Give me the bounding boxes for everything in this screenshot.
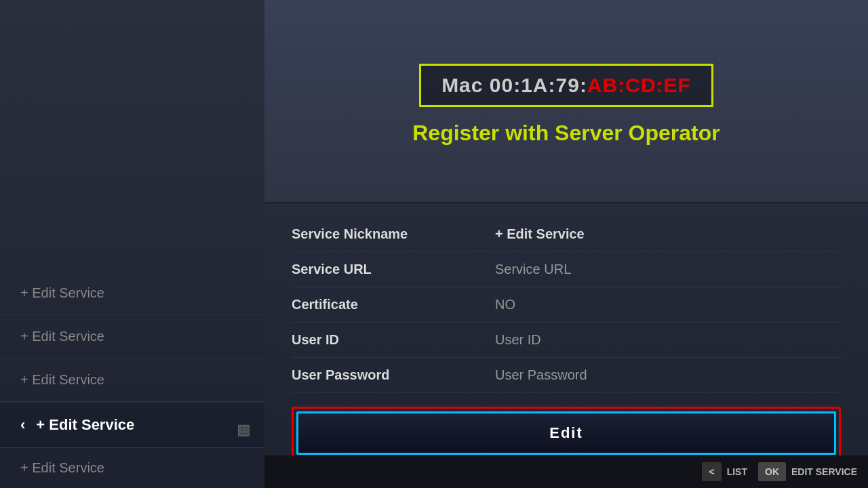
sidebar-item-label-1: + Edit Service: [20, 329, 104, 344]
list-label: LIST: [727, 466, 747, 477]
field-value-0: + Edit Service: [495, 226, 585, 242]
field-label-2: Certificate: [292, 297, 495, 312]
mac-suffix: AB:CD:EF: [587, 74, 691, 96]
sidebar-active-inner: ‹ + Edit Service: [0, 402, 264, 448]
mac-address-box: Mac 00:1A:79:AB:CD:EF: [419, 64, 713, 107]
field-label-1: Service URL: [292, 262, 495, 277]
bottom-bar: < LIST OK EDIT SERVICE: [264, 455, 868, 488]
sidebar-item-label-0: + Edit Service: [20, 285, 104, 300]
field-value-1: Service URL: [495, 262, 571, 277]
sidebar-item-1[interactable]: + Edit Service: [0, 315, 264, 359]
sidebar-item-bottom[interactable]: + Edit Service: [0, 448, 264, 488]
active-item-label: + Edit Service: [36, 416, 134, 434]
register-text: Register with Server Operator: [412, 121, 719, 146]
sidebar-item-label-4: + Edit Service: [20, 460, 104, 475]
back-arrow-icon: ‹: [20, 416, 25, 434]
field-value-4: User Password: [495, 367, 587, 383]
field-value-3: User ID: [495, 332, 541, 348]
sidebar: + Edit Service + Edit Service + Edit Ser…: [0, 0, 264, 488]
form-row-3: User ID User ID: [292, 323, 841, 358]
field-value-2: NO: [495, 297, 515, 312]
action-label: EDIT SERVICE: [791, 466, 857, 477]
sidebar-item-label-2: + Edit Service: [20, 372, 104, 387]
edit-button-outer-border: Edit: [292, 407, 841, 460]
edit-button-container: Edit: [292, 407, 841, 460]
form-row-1: Service URL Service URL: [292, 252, 841, 287]
mac-prefix: Mac 00:1A:79:: [441, 74, 587, 96]
mac-section: Mac 00:1A:79:AB:CD:EF Register with Serv…: [264, 0, 868, 203]
edit-button[interactable]: Edit: [296, 411, 836, 455]
main-container: + Edit Service + Edit Service + Edit Ser…: [0, 0, 868, 488]
sidebar-item-2[interactable]: + Edit Service: [0, 359, 264, 402]
form-row-2: Certificate NO: [292, 287, 841, 323]
service-form: Service Nickname + Edit Service Service …: [264, 203, 868, 488]
form-row-0: Service Nickname + Edit Service: [292, 217, 841, 252]
field-label-0: Service Nickname: [292, 226, 495, 242]
nav-back-button[interactable]: <: [702, 462, 721, 481]
field-label-3: User ID: [292, 332, 495, 348]
content-area: Mac 00:1A:79:AB:CD:EF Register with Serv…: [264, 0, 868, 488]
sidebar-top: + Edit Service + Edit Service + Edit Ser…: [0, 0, 264, 402]
monitor-icon: ▩: [237, 421, 251, 439]
form-row-4: User Password User Password: [292, 358, 841, 393]
field-label-4: User Password: [292, 367, 495, 383]
sidebar-item-0[interactable]: + Edit Service: [0, 272, 264, 315]
ok-button[interactable]: OK: [758, 462, 786, 481]
sidebar-item-active[interactable]: ‹ + Edit Service ▩: [0, 402, 264, 448]
